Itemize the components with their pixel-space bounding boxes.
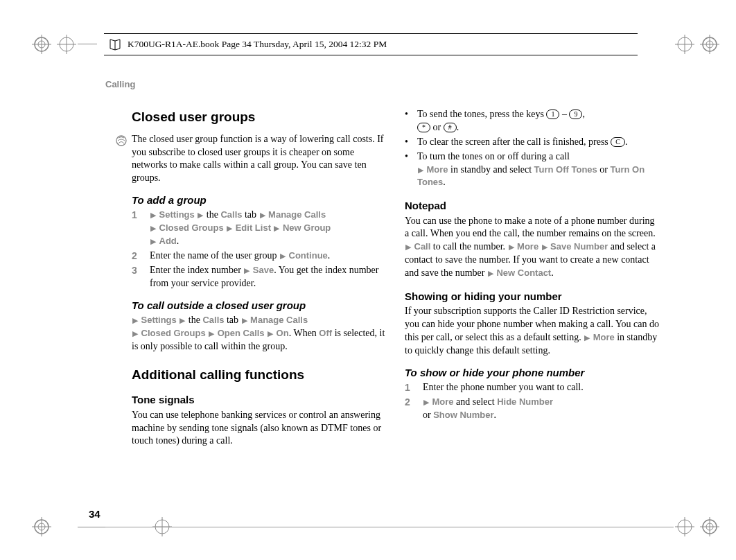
key-9-icon: 9 [569, 110, 582, 119]
crop-mark-icon [675, 517, 694, 536]
tone-signals-text: You can use telephone banking services o… [132, 409, 387, 448]
bullet-body: To turn the tones on or off during a cal… [417, 150, 660, 190]
intro-paragraph: The closed user group function is a way … [132, 133, 387, 186]
step-body: ▶ Settings ▶ the Calls tab ▶ Manage Call… [150, 209, 387, 248]
registration-mark-icon [32, 35, 51, 54]
crop-line [78, 44, 97, 44]
bullet-item: • To clear the screen after the call is … [405, 136, 660, 149]
heading-tone-signals: Tone signals [132, 393, 387, 407]
key-c-icon: C [611, 137, 625, 147]
bullet-body: To clear the screen after the call is fi… [417, 136, 660, 149]
right-column: • To send the tones, press the keys 1 – … [405, 108, 660, 449]
registration-mark-icon [700, 35, 719, 54]
page-number: 34 [89, 508, 100, 520]
registration-mark-icon [700, 517, 719, 536]
step-1: 1 ▶ Settings ▶ the Calls tab ▶ Manage Ca… [132, 209, 387, 248]
bullet-item: • To send the tones, press the keys 1 – … [405, 108, 660, 134]
heading-to-show-hide: To show or hide your phone number [405, 366, 660, 380]
step-number: 3 [132, 264, 150, 290]
step-body: Enter the phone number you want to call. [423, 381, 660, 394]
document-header-bar: K700UG-R1A-AE.book Page 34 Thursday, Apr… [104, 33, 638, 55]
key-star-icon: * [417, 123, 430, 132]
step-body: Enter the name of the user group ▶ Conti… [150, 250, 387, 263]
bullet-body: To send the tones, press the keys 1 – 9,… [417, 108, 660, 134]
step-3: 3 Enter the index number ▶ Save. You get… [132, 264, 387, 290]
book-icon [108, 37, 122, 51]
bullet-icon: • [405, 136, 417, 149]
crop-mark-icon [675, 35, 694, 54]
show-hide-body: If your subscription supports the Caller… [405, 305, 660, 358]
step-number: 1 [132, 209, 150, 248]
bullet-item: • To turn the tones on or off during a c… [405, 150, 660, 190]
bullet-icon: • [405, 108, 417, 134]
heading-additional: Additional calling functions [132, 366, 387, 384]
section-label: Calling [105, 79, 135, 89]
key-hash-icon: # [444, 123, 457, 132]
step-2: 2 ▶ More and select Hide Number or Show … [405, 396, 660, 422]
heading-notepad: Notepad [405, 199, 660, 213]
left-column: Closed user groups The closed user group… [132, 108, 387, 449]
heading-closed-user-groups: Closed user groups [132, 108, 387, 126]
step-2: 2 Enter the name of the user group ▶ Con… [132, 250, 387, 263]
bullet-icon: • [405, 150, 417, 190]
intro-text: The closed user group function is a way … [132, 134, 384, 184]
crop-mark-icon [57, 35, 76, 54]
step-number: 2 [132, 250, 150, 263]
step-number: 2 [405, 396, 423, 422]
key-1-icon: 1 [546, 110, 559, 119]
heading-add-group: To add a group [132, 193, 387, 207]
step-body: ▶ More and select Hide Number or Show Nu… [423, 396, 660, 422]
crop-line [105, 527, 674, 527]
registration-mark-icon [32, 517, 51, 536]
step-body: Enter the index number ▶ Save. You get t… [150, 264, 387, 290]
network-icon [115, 134, 128, 147]
page-content: Closed user groups The closed user group… [132, 108, 660, 449]
call-outside-body: ▶ Settings ▶ the Calls tab ▶ Manage Call… [132, 314, 387, 353]
heading-call-outside: To call outside a closed user group [132, 299, 387, 313]
step-1: 1 Enter the phone number you want to cal… [405, 381, 660, 394]
document-header-text: K700UG-R1A-AE.book Page 34 Thursday, Apr… [128, 39, 387, 50]
heading-show-hide: Showing or hiding your number [405, 290, 660, 304]
notepad-body: You can use the phone to make a note of … [405, 215, 660, 280]
step-number: 1 [405, 381, 423, 394]
